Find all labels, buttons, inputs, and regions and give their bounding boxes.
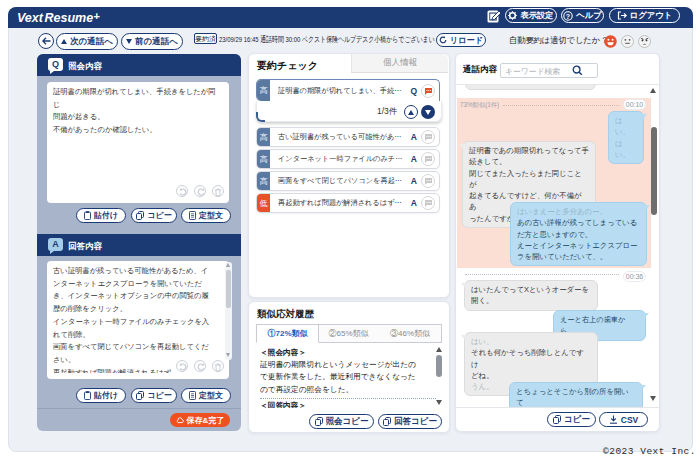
- svg-text:?: ?: [566, 12, 570, 19]
